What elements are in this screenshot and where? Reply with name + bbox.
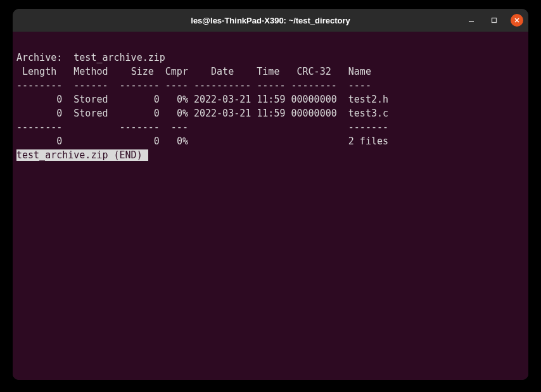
header-cmpr: Cmpr	[165, 66, 188, 77]
close-icon	[514, 17, 520, 23]
archive-line: Archive: test_archive.zip	[16, 51, 525, 65]
svg-rect-1	[492, 18, 497, 23]
close-button[interactable]	[511, 14, 523, 27]
header-row: Length Method Size Cmpr Date Time CRC-32…	[16, 65, 525, 79]
header-crc32: CRC-32	[297, 66, 331, 77]
table-row: 0 Stored 0 0% 2022-03-21 11:59 00000000 …	[16, 106, 525, 120]
cell-date: 2022-03-21	[194, 108, 251, 119]
cell-length: 0	[56, 94, 62, 105]
cell-size: 0	[154, 94, 160, 105]
cell-time: 11:59	[257, 108, 285, 119]
total-length: 0	[56, 136, 62, 147]
archive-label: Archive:	[16, 52, 62, 63]
minimize-button[interactable]	[465, 14, 478, 27]
minimize-icon	[468, 17, 474, 23]
terminal-window: les@les-ThinkPad-X390: ~/test_directory …	[13, 9, 528, 380]
header-date: Date	[211, 66, 234, 77]
cell-name: test2.h	[348, 94, 388, 105]
titlebar: les@les-ThinkPad-X390: ~/test_directory	[13, 9, 528, 32]
cell-crc32: 00000000	[291, 94, 337, 105]
cell-crc32: 00000000	[291, 108, 337, 119]
table-row: 0 Stored 0 0% 2022-03-21 11:59 00000000 …	[16, 92, 525, 106]
maximize-button[interactable]	[488, 14, 500, 27]
header-time: Time	[257, 66, 279, 77]
header-method: Method	[73, 66, 108, 77]
cell-cmpr: 0%	[177, 108, 188, 119]
separator-bottom: -------- ------- --- -------	[16, 120, 525, 134]
header-name: Name	[348, 66, 371, 77]
cursor	[143, 149, 148, 161]
cell-date: 2022-03-21	[194, 94, 251, 105]
cell-size: 0	[154, 108, 160, 119]
cell-time: 11:59	[257, 94, 285, 105]
window-title: les@les-ThinkPad-X390: ~/test_directory	[191, 16, 350, 25]
cell-method: Stored	[73, 94, 108, 105]
window-controls	[465, 14, 523, 27]
totals-row: 0 0 0% 2 files	[16, 134, 525, 148]
cell-method: Stored	[73, 108, 108, 119]
cell-name: test3.c	[348, 108, 388, 119]
header-length: Length	[22, 66, 56, 77]
total-size: 0	[154, 136, 160, 147]
cell-length: 0	[56, 108, 62, 119]
pager-status: test_archive.zip (END)	[16, 149, 143, 161]
blank-line	[16, 37, 525, 51]
total-cmpr: 0%	[177, 136, 188, 147]
terminal-output[interactable]: Archive: test_archive.zip Length Method …	[13, 32, 528, 380]
header-size: Size	[131, 66, 154, 77]
separator-top: -------- ------ ------- ---- ---------- …	[16, 79, 525, 92]
pager-line: test_archive.zip (END)	[16, 148, 525, 162]
archive-filename: test_archive.zip	[73, 52, 165, 63]
cell-cmpr: 0%	[177, 94, 188, 105]
maximize-icon	[491, 17, 497, 23]
total-files: 2 files	[348, 136, 388, 147]
